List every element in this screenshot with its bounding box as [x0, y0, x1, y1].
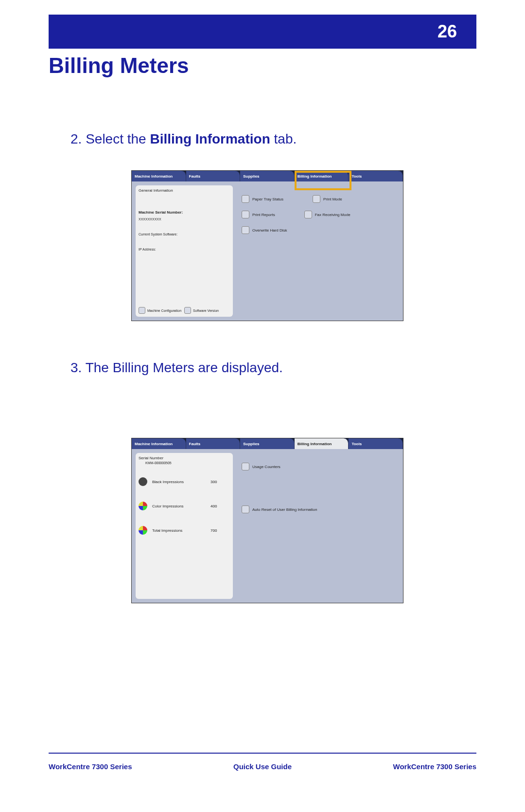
footer-divider	[49, 753, 476, 754]
label: Software Version	[193, 309, 219, 312]
step-2: 2. Select the Billing Information tab.	[70, 131, 297, 147]
right-panel: Paper Tray Status Print Mode Print Repor…	[237, 185, 399, 317]
tab-machine-information[interactable]: Machine Information	[132, 438, 186, 449]
black-sphere-icon	[139, 477, 147, 486]
color-impressions-row: Color Impressions 400	[139, 502, 230, 510]
color-sphere-icon	[139, 526, 147, 535]
print-mode-button[interactable]: Print Mode	[313, 195, 342, 203]
right-panel: Usage Counters Auto Reset of User Billin…	[237, 453, 399, 599]
tabs-row: Machine Information Faults Supplies Bill…	[132, 171, 403, 181]
label: Machine Configuration	[147, 309, 181, 312]
label: Usage Counters	[252, 465, 280, 469]
screenshot-machine-info: Machine Information Faults Supplies Bill…	[131, 170, 403, 321]
label: Print Mode	[323, 197, 342, 201]
screenshot-billing-meters: Machine Information Faults Supplies Bill…	[131, 438, 403, 603]
left-panel: Serial Number KMM-000000505 Black Impres…	[136, 453, 233, 599]
label: Color Impressions	[152, 504, 206, 508]
step-2-suffix: tab.	[270, 131, 297, 146]
software-label: Current System Software:	[139, 233, 230, 236]
fax-mode-button[interactable]: Fax Receiving Mode	[304, 211, 350, 218]
button-icon	[313, 195, 320, 203]
serial-value: KMM-000000505	[145, 461, 230, 465]
value: 400	[210, 504, 230, 508]
general-info-label: General Information	[139, 188, 230, 193]
footer-right: WorkCentre 7300 Series	[393, 762, 476, 771]
step-3: 3. The Billing Meters are displayed.	[70, 360, 283, 376]
step-2-prefix: 2. Select the	[70, 131, 150, 146]
tab-supplies[interactable]: Supplies	[240, 171, 295, 181]
left-panel: General Information Machine Serial Numbe…	[136, 185, 233, 317]
paper-tray-status-button[interactable]: Paper Tray Status	[242, 195, 283, 203]
total-impressions-row: Total Impressions 700	[139, 526, 230, 535]
tab-faults[interactable]: Faults	[186, 171, 241, 181]
footer-left: WorkCentre 7300 Series	[49, 762, 132, 771]
auto-reset-billing-button[interactable]: Auto Reset of User Billing Information	[242, 505, 394, 513]
black-impressions-row: Black Impressions 300	[139, 477, 230, 486]
label: Black Impressions	[152, 480, 206, 484]
button-icon	[242, 505, 249, 513]
color-sphere-icon	[139, 502, 147, 510]
button-icon	[242, 195, 249, 203]
ip-label: IP Address:	[139, 248, 230, 251]
serial-label: Serial Number	[139, 456, 230, 460]
footer: WorkCentre 7300 Series Quick Use Guide W…	[49, 762, 476, 771]
button-icon	[304, 211, 312, 218]
tab-tools[interactable]: Tools	[349, 171, 403, 181]
tab-machine-information[interactable]: Machine Information	[132, 171, 186, 181]
usage-counters-button[interactable]: Usage Counters	[242, 463, 394, 470]
footer-center: Quick Use Guide	[233, 762, 292, 771]
tabs-row: Machine Information Faults Supplies Bill…	[132, 438, 403, 449]
serial-label: Machine Serial Number:	[139, 210, 230, 215]
print-reports-button[interactable]: Print Reports	[242, 211, 275, 218]
header-bar: 26	[49, 15, 476, 49]
label: Overwrite Hard Disk	[252, 228, 287, 233]
panel: General Information Machine Serial Numbe…	[132, 181, 403, 321]
serial-value: XXXXXXXXXX	[139, 217, 230, 221]
panel: Serial Number KMM-000000505 Black Impres…	[132, 449, 403, 603]
button-row: Machine Configuration Software Version	[139, 307, 230, 314]
tab-supplies[interactable]: Supplies	[240, 438, 295, 449]
machine-config-button[interactable]: Machine Configuration	[139, 307, 181, 314]
button-icon	[242, 226, 249, 234]
button-icon	[242, 211, 249, 218]
label: Total Impressions	[152, 528, 206, 533]
overwrite-disk-button[interactable]: Overwrite Hard Disk	[242, 226, 287, 234]
tab-billing-information[interactable]: Billing Information	[295, 171, 349, 181]
label: Auto Reset of User Billing Information	[252, 507, 317, 512]
value: 300	[210, 480, 230, 484]
tab-faults[interactable]: Faults	[186, 438, 241, 449]
button-icon	[242, 463, 249, 470]
page-title: Billing Meters	[49, 54, 189, 78]
page-number: 26	[438, 21, 457, 42]
software-version-button[interactable]: Software Version	[184, 307, 219, 314]
tab-billing-information[interactable]: Billing Information	[295, 438, 349, 449]
button-icon	[184, 307, 191, 314]
tab-tools[interactable]: Tools	[349, 438, 403, 449]
step-2-bold: Billing Information	[150, 131, 270, 146]
label: Print Reports	[252, 213, 275, 217]
value: 700	[210, 528, 230, 533]
button-icon	[139, 307, 145, 314]
label: Paper Tray Status	[252, 197, 283, 201]
label: Fax Receiving Mode	[315, 213, 350, 217]
